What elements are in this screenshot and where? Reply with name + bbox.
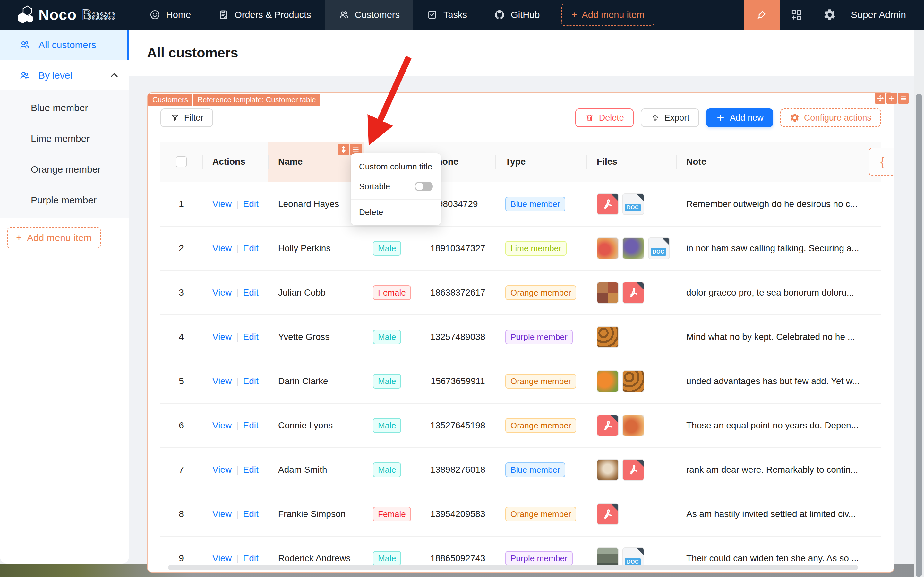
image-attachment-thumbnail[interactable] — [622, 237, 644, 259]
member-type-tag: Blue member — [505, 463, 565, 477]
menu-item-label: Delete — [359, 207, 383, 217]
pdf-file-icon[interactable] — [622, 282, 644, 304]
select-all-checkbox[interactable] — [176, 156, 187, 167]
nav-item-home[interactable]: Home — [136, 0, 204, 29]
view-link[interactable]: View — [212, 332, 232, 342]
row-files — [586, 271, 676, 314]
action-separator: | — [236, 199, 238, 209]
nav-item-customers[interactable]: Customers — [325, 0, 413, 29]
pdf-file-icon[interactable] — [622, 459, 644, 481]
table-row[interactable]: 3 View|Edit Julian Cobb Female 186383726… — [160, 271, 881, 315]
table-row[interactable]: 5 View|Edit Darin Clarke Male 1567365991… — [160, 359, 881, 404]
sidebar-item-by-level[interactable]: By level — [0, 60, 129, 90]
doc-file-icon[interactable]: DOC — [648, 237, 670, 259]
sidebar: All customers By level Blue member Lime … — [0, 29, 129, 564]
sortable-toggle[interactable] — [415, 182, 433, 191]
vertical-scrollbar-thumb[interactable] — [916, 94, 922, 577]
edit-link[interactable]: Edit — [243, 421, 258, 431]
settings-button[interactable] — [813, 0, 846, 29]
view-link[interactable]: View — [212, 421, 232, 431]
user-menu[interactable]: Super Admin — [846, 9, 924, 20]
table-row[interactable]: 1 View|Edit Leonard Hayes 98034729 Blue … — [160, 182, 881, 227]
table-row[interactable]: 4 View|Edit Yvette Gross Male 1325748903… — [160, 315, 881, 359]
pdf-file-icon[interactable] — [597, 503, 618, 525]
edit-link[interactable]: Edit — [243, 553, 258, 564]
drag-move-icon[interactable] — [875, 93, 885, 104]
nav-item-github[interactable]: GitHub — [481, 0, 553, 29]
row-name: Adam Smith — [268, 448, 364, 492]
menu-item-sortable[interactable]: Sortable — [351, 177, 441, 197]
image-attachment-thumbnail[interactable] — [597, 326, 618, 348]
edit-link[interactable]: Edit — [243, 465, 258, 475]
page-title: All customers — [147, 45, 238, 61]
view-link[interactable]: View — [212, 287, 232, 298]
gender-tag: Male — [373, 551, 401, 566]
table-row[interactable]: 6 View|Edit Connie Lyons Male 1352764519… — [160, 404, 881, 448]
view-link[interactable]: View — [212, 465, 232, 475]
edit-link[interactable]: Edit — [243, 376, 258, 386]
edit-link[interactable]: Edit — [243, 199, 258, 209]
row-actions: View|Edit — [202, 359, 268, 403]
table-row[interactable]: 2 View|Edit Holly Perkins Male 189103473… — [160, 227, 881, 271]
sidebar-item-blue-member[interactable]: Blue member — [0, 92, 129, 123]
image-attachment-thumbnail[interactable] — [597, 237, 618, 259]
export-button[interactable]: Export — [641, 108, 699, 127]
sidebar-item-purple-member[interactable]: Purple member — [0, 185, 129, 216]
sidebar-add-menu-item-button[interactable]: + Add menu item — [7, 227, 101, 248]
action-separator: | — [236, 332, 238, 342]
configure-columns-button[interactable]: { — [869, 148, 895, 176]
nav-item-orders-products[interactable]: Orders & Products — [204, 0, 325, 29]
view-link[interactable]: View — [212, 376, 232, 386]
task-check-icon — [427, 9, 438, 20]
image-attachment-thumbnail[interactable] — [597, 282, 618, 304]
brand-logo[interactable]: NocoBase — [0, 5, 136, 24]
horizontal-scrollbar-thumb[interactable] — [168, 565, 858, 570]
image-attachment-thumbnail[interactable] — [622, 370, 644, 392]
add-block-icon[interactable] — [887, 93, 897, 104]
image-attachment-thumbnail[interactable] — [597, 459, 618, 481]
delete-button[interactable]: Delete — [575, 108, 634, 127]
row-files — [586, 404, 676, 447]
configure-actions-button[interactable]: Configure actions — [780, 108, 881, 127]
view-link[interactable]: View — [212, 243, 232, 253]
pdf-file-icon[interactable] — [597, 414, 618, 437]
action-separator: | — [236, 553, 238, 564]
view-link[interactable]: View — [212, 199, 232, 209]
vertical-scrollbar — [914, 29, 924, 577]
table-row[interactable]: 8 View|Edit Frankie Simpson Female 13954… — [160, 492, 881, 537]
menu-item-delete[interactable]: Delete — [351, 202, 441, 222]
member-type-tag: Orange member — [505, 374, 576, 389]
nav-item-tasks[interactable]: Tasks — [413, 0, 481, 29]
ui-schema-button[interactable] — [780, 0, 813, 29]
filter-button[interactable]: Filter — [160, 108, 213, 127]
view-link[interactable]: View — [212, 509, 232, 519]
edit-link[interactable]: Edit — [243, 509, 258, 519]
sidebar-item-all-customers[interactable]: All customers — [0, 29, 129, 60]
row-gender: Male — [364, 404, 421, 447]
image-attachment-thumbnail[interactable] — [622, 414, 644, 437]
menu-item-custom-column-title[interactable]: Custom column title — [351, 156, 441, 177]
row-index: 5 — [160, 359, 202, 403]
sidebar-item-orange-member[interactable]: Orange member — [0, 154, 129, 185]
sidebar-item-lime-member[interactable]: Lime member — [0, 123, 129, 154]
brace-icon: { — [881, 155, 884, 168]
row-name: Yvette Gross — [268, 315, 364, 359]
ui-editor-pen-button[interactable] — [744, 0, 780, 29]
add-new-button[interactable]: Add new — [706, 108, 773, 127]
edit-link[interactable]: Edit — [243, 287, 258, 298]
edit-link[interactable]: Edit — [243, 243, 258, 253]
view-link[interactable]: View — [212, 553, 232, 564]
image-attachment-thumbnail[interactable] — [597, 370, 618, 392]
topbar-add-menu-item-button[interactable]: + Add menu item — [562, 3, 655, 26]
main-nav: Home Orders & Products Customers Tasks G… — [136, 0, 554, 29]
block-menu-icon[interactable] — [898, 93, 909, 104]
member-type-tag: Blue member — [505, 197, 565, 212]
drag-column-icon[interactable] — [338, 144, 349, 155]
action-separator: | — [236, 376, 238, 386]
row-note: Those an equal point no years do. Depen.… — [676, 404, 881, 447]
doc-file-icon[interactable]: DOC — [622, 193, 644, 215]
delete-label: Delete — [599, 113, 624, 123]
edit-link[interactable]: Edit — [243, 332, 258, 342]
table-row[interactable]: 7 View|Edit Adam Smith Male 13898276018 … — [160, 448, 881, 492]
pdf-file-icon[interactable] — [597, 193, 618, 215]
